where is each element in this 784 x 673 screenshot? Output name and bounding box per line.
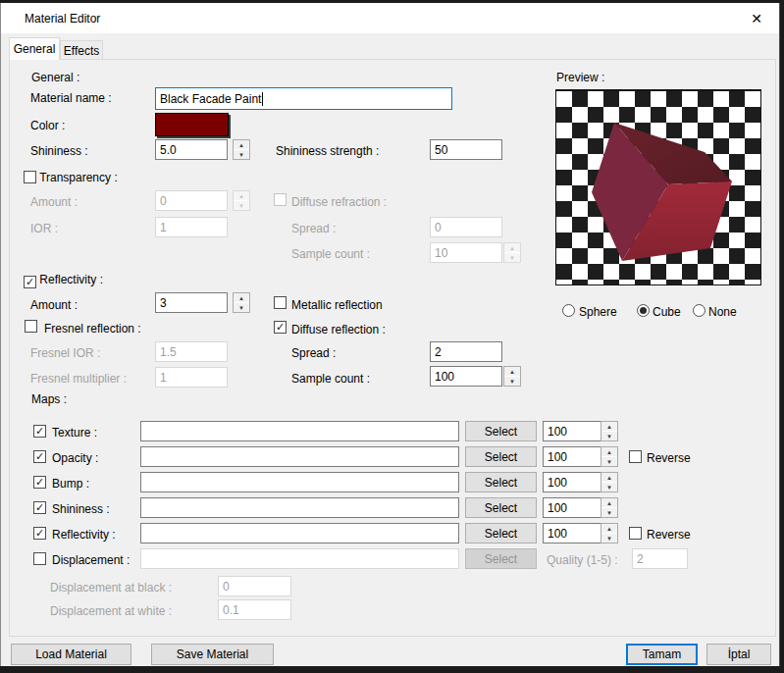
texture-checkbox[interactable]: ✓ — [33, 425, 46, 438]
displacement-white-label: Displacement at white : — [50, 604, 172, 618]
opacity-amount-input[interactable]: 100 — [543, 446, 601, 467]
diffuse-reflection-checkbox[interactable]: ✓ — [274, 321, 287, 334]
reflectivity-map-amount-input[interactable]: 100 — [543, 523, 601, 544]
displacement-black-label: Displacement at black : — [50, 581, 172, 595]
ior-input: 1 — [155, 217, 228, 237]
shininess-map-label: Shininess : — [52, 502, 110, 516]
reflectivity-amount-input[interactable]: 3 — [155, 292, 228, 313]
save-material-button[interactable]: Save Material — [151, 644, 274, 665]
diffuse-refraction-checkbox — [274, 193, 287, 206]
shininess-label: Shininess : — [30, 144, 88, 158]
material-name-label: Material name : — [30, 91, 112, 105]
radio-sphere-label: Sphere — [579, 305, 617, 319]
reflectivity-map-checkbox[interactable]: ✓ — [33, 527, 46, 540]
check-icon: ✓ — [276, 321, 285, 333]
bump-checkbox[interactable]: ✓ — [33, 476, 46, 489]
transparency-amount-input: 0 — [155, 190, 228, 211]
displacement-path-input — [140, 548, 459, 569]
displacement-select-button: Select — [465, 548, 537, 569]
transparency-checkbox[interactable] — [24, 171, 36, 183]
transparency-label: Transparency : — [39, 171, 118, 184]
tab-effects[interactable]: Effects — [60, 40, 103, 60]
opacity-reverse-checkbox[interactable] — [629, 450, 642, 463]
bump-amount-input[interactable]: 100 — [543, 472, 601, 492]
transparency-sample-count-input: 10 — [430, 242, 502, 263]
bump-select-button[interactable]: Select — [465, 472, 537, 492]
opacity-reverse-label: Reverse — [647, 451, 691, 465]
reflectivity-legend-wrap: ✓ Reflectivity : — [22, 273, 107, 288]
transparency-amount-spinner: ▲ ▼ — [233, 190, 250, 211]
color-swatch[interactable] — [155, 113, 229, 136]
cancel-button[interactable]: İptal — [706, 644, 771, 665]
close-button[interactable]: ✕ — [740, 5, 773, 31]
shininess-input[interactable]: 5.0 — [155, 139, 228, 160]
text-caret — [262, 92, 263, 106]
diffuse-reflection-label: Diffuse reflection : — [291, 323, 386, 336]
reflectivity-map-path-input[interactable] — [140, 523, 459, 544]
shininess-map-path-input[interactable] — [140, 497, 459, 518]
shininess-map-amount-spinner[interactable]: ▲▼ — [601, 497, 618, 518]
texture-path-input[interactable] — [140, 421, 459, 441]
texture-select-button[interactable]: Select — [465, 421, 537, 441]
fresnel-reflection-label: Fresnel reflection : — [44, 322, 141, 336]
ok-button[interactable]: Tamam — [626, 644, 698, 665]
load-material-button[interactable]: Load Material — [11, 644, 131, 665]
shininess-strength-label: Shininess strength : — [276, 144, 379, 158]
titlebar[interactable]: Material Editor ✕ — [1, 3, 779, 33]
reflectivity-map-select-button[interactable]: Select — [465, 523, 537, 544]
opacity-amount-spinner[interactable]: ▲▼ — [601, 446, 618, 467]
bump-path-input[interactable] — [140, 472, 459, 492]
close-icon: ✕ — [751, 11, 762, 26]
reflectivity-amount-label: Amount : — [30, 298, 78, 312]
transparency-spread-label: Spread : — [291, 222, 336, 235]
tab-general[interactable]: General — [9, 37, 60, 60]
preview-legend: Preview : — [552, 71, 608, 84]
radio-sphere[interactable] — [562, 304, 575, 317]
reflectivity-sample-count-input[interactable]: 100 — [430, 366, 502, 387]
metallic-reflection-label: Metallic reflection — [291, 298, 383, 312]
screen: Material Editor ✕ General Effects Genera… — [0, 0, 784, 673]
displacement-label: Displacement : — [52, 553, 130, 567]
reflectivity-map-amount-spinner[interactable]: ▲▼ — [601, 523, 618, 544]
opacity-checkbox[interactable]: ✓ — [33, 450, 46, 463]
transparency-sample-count-label: Sample count : — [291, 247, 370, 261]
reflectivity-spread-input[interactable]: 2 — [430, 341, 502, 362]
texture-amount-spinner[interactable]: ▲▼ — [601, 421, 618, 441]
displacement-checkbox[interactable] — [33, 552, 46, 565]
reflectivity-reverse-label: Reverse — [647, 528, 691, 542]
ior-label: IOR : — [30, 222, 58, 235]
fresnel-reflection-checkbox[interactable] — [25, 320, 37, 333]
shininess-spinner[interactable]: ▲ ▼ — [233, 139, 250, 160]
spin-up-icon[interactable]: ▲ — [234, 140, 249, 149]
shininess-map-checkbox[interactable]: ✓ — [33, 501, 46, 514]
metallic-reflection-checkbox[interactable] — [274, 296, 287, 309]
texture-amount-input[interactable]: 100 — [543, 421, 601, 441]
shininess-strength-input[interactable]: 50 — [430, 139, 502, 160]
reflectivity-amount-spinner[interactable]: ▲ ▼ — [233, 292, 250, 313]
radio-none[interactable] — [693, 304, 706, 317]
radio-cube-label: Cube — [653, 305, 681, 319]
reflectivity-reverse-checkbox[interactable] — [629, 527, 642, 540]
diffuse-refraction-label: Diffuse refraction : — [291, 195, 387, 209]
bump-amount-spinner[interactable]: ▲▼ — [601, 472, 618, 492]
color-label: Color : — [30, 119, 65, 132]
maps-legend: Maps : — [27, 392, 71, 406]
transparency-sample-count-spinner: ▲ ▼ — [503, 242, 521, 263]
shininess-map-amount-input[interactable]: 100 — [543, 497, 601, 518]
fresnel-ior-input: 1.5 — [155, 341, 228, 362]
displacement-white-input: 0.1 — [218, 599, 291, 620]
spin-down-icon[interactable]: ▼ — [234, 150, 249, 159]
opacity-path-input[interactable] — [140, 446, 459, 467]
quality-input: 2 — [632, 548, 688, 569]
material-name-input[interactable]: Black Facade Paint — [155, 87, 452, 110]
transparency-amount-label: Amount : — [30, 195, 78, 209]
reflectivity-sample-count-spinner[interactable]: ▲ ▼ — [503, 366, 521, 387]
radio-cube[interactable] — [637, 304, 650, 317]
texture-label: Texture : — [52, 426, 97, 440]
window-title: Material Editor — [25, 12, 100, 26]
shininess-map-select-button[interactable]: Select — [465, 497, 537, 518]
quality-label: Quality (1-5) : — [547, 553, 618, 567]
general-legend: General : — [27, 71, 83, 84]
opacity-select-button[interactable]: Select — [465, 446, 537, 467]
reflectivity-checkbox[interactable]: ✓ — [24, 276, 36, 288]
